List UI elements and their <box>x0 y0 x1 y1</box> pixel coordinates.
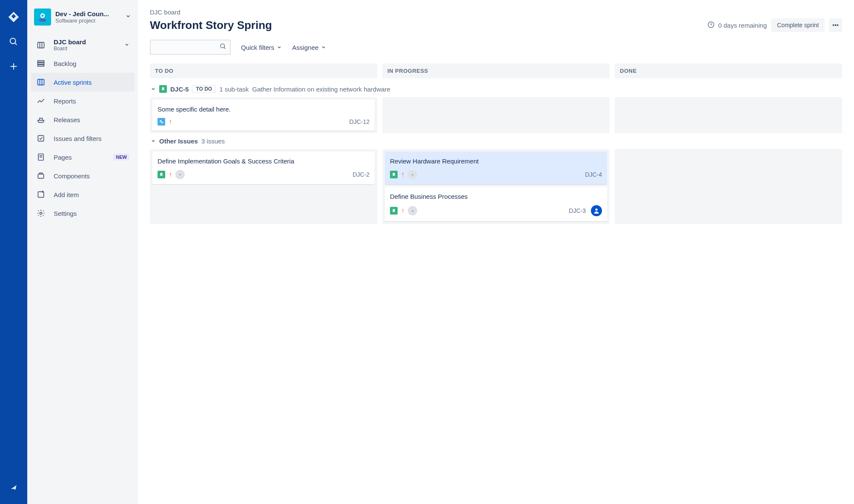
swimlane-header[interactable]: DJC-5 TO DO 1 sub-task Gather Informatio… <box>150 81 842 97</box>
status-pill: TO DO <box>192 85 216 93</box>
assignee-dropdown[interactable]: Assignee <box>292 44 326 51</box>
nav-label: Pages <box>54 154 72 161</box>
swimlane-title: Gather Information on existing network h… <box>252 86 390 93</box>
sidebar-item-settings[interactable]: Settings <box>31 204 135 223</box>
create-icon[interactable] <box>5 58 22 75</box>
nav-label: Issues and filters <box>54 135 102 142</box>
chevron-down-icon[interactable] <box>151 86 156 93</box>
sidebar-item-reports[interactable]: Reports <box>31 92 135 110</box>
column-header-done: DONE <box>615 63 842 78</box>
sidebar-item-add[interactable]: Add item <box>31 185 135 204</box>
board-section-subtitle: Board <box>54 46 124 52</box>
svg-rect-7 <box>38 42 44 48</box>
column-todo[interactable]: Define Implementation Goals & Success Cr… <box>150 149 377 224</box>
board-section-header[interactable]: DJC board Board <box>31 36 135 54</box>
sidebar-item-components[interactable]: Components <box>31 166 135 185</box>
card-title: Review Hardware Requirement <box>390 157 602 166</box>
issue-card[interactable]: Define Business Processes ↑ - DJC-3 <box>385 187 607 221</box>
reports-icon <box>36 96 46 106</box>
breadcrumb[interactable]: DJC board <box>150 9 842 16</box>
board-icon <box>36 77 46 87</box>
story-icon <box>159 85 167 93</box>
svg-point-6 <box>39 19 46 22</box>
priority-major-icon: ↑ <box>169 118 172 126</box>
chevron-down-icon[interactable] <box>151 137 156 145</box>
svg-rect-20 <box>38 174 43 178</box>
page-icon <box>36 152 46 162</box>
issue-card[interactable]: Define Implementation Goals & Success Cr… <box>152 152 375 184</box>
story-icon <box>390 171 398 178</box>
gear-icon <box>36 208 46 218</box>
column-done[interactable] <box>615 97 842 133</box>
issue-card[interactable]: Review Hardware Requirement ↑ - DJC-4 <box>385 152 607 184</box>
unassigned-badge: - <box>408 206 417 215</box>
column-done[interactable] <box>615 149 842 224</box>
column-header-inprogress: IN PROGRESS <box>382 63 610 78</box>
svg-point-24 <box>40 212 42 215</box>
card-title: Some specific detail here. <box>158 105 370 114</box>
nav-label: Active sprints <box>54 79 92 86</box>
search-input[interactable] <box>150 40 231 55</box>
svg-rect-12 <box>38 65 44 66</box>
nav-label: Reports <box>54 97 76 105</box>
column-inprogress[interactable] <box>382 97 610 133</box>
component-icon <box>36 171 46 181</box>
story-icon <box>158 171 165 178</box>
svg-point-5 <box>41 14 43 17</box>
days-remaining: 0 days remaining <box>707 21 767 30</box>
sidebar-item-backlog[interactable]: Backlog <box>31 54 135 73</box>
quick-filters-dropdown[interactable]: Quick filters <box>241 44 282 51</box>
ship-icon <box>36 115 46 125</box>
new-badge: NEW <box>113 154 129 160</box>
svg-point-30 <box>595 209 597 211</box>
chevron-down-icon <box>124 41 129 49</box>
svg-point-26 <box>221 44 224 48</box>
sidebar-item-active-sprints[interactable]: Active sprints <box>31 73 135 92</box>
board-icon <box>36 40 46 50</box>
global-nav-rail <box>0 0 27 504</box>
jira-logo-icon[interactable] <box>5 9 22 26</box>
search-icon[interactable] <box>5 33 22 50</box>
project-sidebar: Dev - Jedi Coun... Software project DJC … <box>27 0 138 504</box>
card-key: DJC-3 <box>569 207 586 214</box>
main-content: DJC board Workfront Story Spring 0 days … <box>138 0 854 504</box>
svg-rect-16 <box>38 135 43 141</box>
sidebar-item-releases[interactable]: Releases <box>31 110 135 129</box>
clock-icon <box>707 21 715 30</box>
more-icon: ••• <box>832 22 839 29</box>
unassigned-badge: - <box>408 170 417 179</box>
card-title: Define Implementation Goals & Success Cr… <box>158 157 370 166</box>
swimlane-header[interactable]: Other Issues 3 issues <box>150 133 842 149</box>
nav-label: Releases <box>54 116 80 123</box>
sidebar-item-issues[interactable]: Issues and filters <box>31 129 135 148</box>
add-icon <box>36 189 46 200</box>
issue-count: 3 issues <box>201 137 225 145</box>
subtask-count: 1 sub-task <box>219 86 249 93</box>
project-switcher[interactable]: Dev - Jedi Coun... Software project <box>27 9 138 36</box>
svg-rect-11 <box>38 63 44 64</box>
nav-label: Backlog <box>54 60 76 67</box>
card-key: DJC-12 <box>350 118 370 125</box>
priority-major-icon: ↑ <box>401 171 404 178</box>
svg-rect-29 <box>161 122 163 123</box>
more-actions-button[interactable]: ••• <box>829 18 842 32</box>
column-todo[interactable]: Some specific detail here. ↑ DJC-12 <box>150 97 377 133</box>
card-key: DJC-4 <box>585 171 602 178</box>
subtask-icon <box>158 118 165 126</box>
chevron-down-icon <box>321 44 326 51</box>
nav-label: Add item <box>54 191 79 198</box>
project-type: Software project <box>55 17 121 24</box>
chevron-down-icon <box>277 44 282 51</box>
issue-card[interactable]: Some specific detail here. ↑ DJC-12 <box>152 100 375 131</box>
swimlane-title: Other Issues <box>159 137 198 145</box>
svg-rect-13 <box>38 79 44 85</box>
column-header-todo: TO DO <box>150 63 377 78</box>
complete-sprint-button[interactable]: Complete sprint <box>771 18 825 32</box>
svg-line-27 <box>224 47 225 49</box>
column-inprogress[interactable]: Review Hardware Requirement ↑ - DJC-4 De… <box>382 149 610 224</box>
notifications-icon[interactable] <box>5 478 22 495</box>
sidebar-item-pages[interactable]: Pages NEW <box>31 148 135 166</box>
backlog-icon <box>36 58 46 69</box>
svg-rect-28 <box>160 120 161 122</box>
search-icon <box>220 43 226 52</box>
